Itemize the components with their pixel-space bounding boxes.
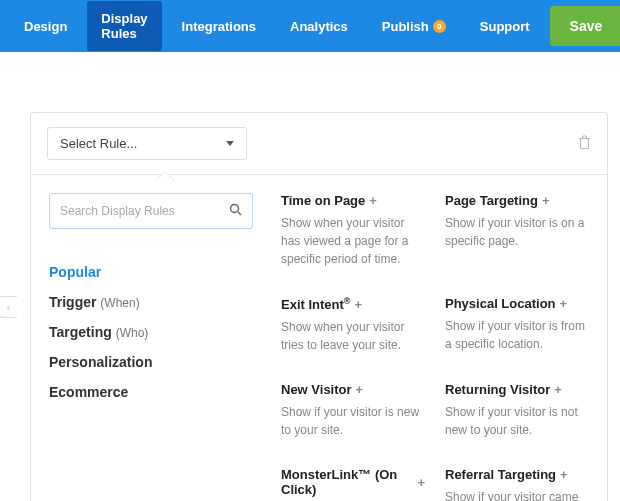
nav-publish-label: Publish: [382, 19, 429, 34]
category-trigger-label: Trigger: [49, 294, 96, 310]
rule-desc: Show when your visitor tries to leave yo…: [281, 318, 425, 354]
rule-title: New Visitor: [281, 382, 352, 397]
svg-point-0: [231, 205, 239, 213]
plus-icon: +: [554, 382, 562, 397]
select-rule-label: Select Rule...: [60, 136, 137, 151]
category-targeting-label: Targeting: [49, 324, 112, 340]
plus-icon: +: [356, 382, 364, 397]
rule-monsterlink[interactable]: MonsterLink™ (On Click) + Show when the …: [281, 467, 425, 501]
rule-desc: Show when your visitor has viewed a page…: [281, 214, 425, 268]
rule-new-visitor[interactable]: New Visitor + Show if your visitor is ne…: [281, 382, 425, 439]
search-icon: [229, 203, 242, 219]
nav-integrations[interactable]: Integrations: [168, 9, 270, 44]
save-button[interactable]: Save: [550, 6, 620, 46]
rule-desc: Show if your visitor is not new to your …: [445, 403, 589, 439]
nav-publish[interactable]: Publish 0: [368, 9, 460, 44]
plus-icon: +: [542, 193, 550, 208]
rule-panel-body: Popular Trigger (When) Targeting (Who) P…: [31, 175, 607, 501]
category-personalization[interactable]: Personalization: [49, 347, 253, 377]
publish-badge: 0: [433, 20, 446, 33]
search-input-wrapper[interactable]: [49, 193, 253, 229]
select-rule-row: Select Rule...: [31, 113, 607, 175]
rule-title: Physical Location: [445, 296, 556, 311]
rule-title: Time on Page: [281, 193, 365, 208]
rule-panel-right: Time on Page + Show when your visitor ha…: [271, 193, 607, 501]
plus-icon: +: [354, 297, 362, 312]
category-list: Popular Trigger (When) Targeting (Who) P…: [49, 257, 253, 407]
category-trigger-sub: (When): [100, 296, 139, 310]
rule-referral-targeting[interactable]: Referral Targeting + Show if your visito…: [445, 467, 589, 501]
chevron-down-icon: [226, 141, 234, 146]
plus-icon: +: [560, 467, 568, 482]
category-ecommerce[interactable]: Ecommerce: [49, 377, 253, 407]
rule-page-targeting[interactable]: Page Targeting + Show if your visitor is…: [445, 193, 589, 268]
plus-icon: +: [560, 296, 568, 311]
nav-analytics[interactable]: Analytics: [276, 9, 362, 44]
category-trigger[interactable]: Trigger (When): [49, 287, 253, 317]
top-nav: Design Display Rules Integrations Analyt…: [0, 0, 620, 52]
rule-desc: Show if your visitor is on a specific pa…: [445, 214, 589, 250]
rule-desc: Show if your visitor is from a specific …: [445, 317, 589, 353]
search-input[interactable]: [60, 204, 229, 218]
rule-title: Exit Intent®: [281, 296, 350, 312]
rule-returning-visitor[interactable]: Returning Visitor + Show if your visitor…: [445, 382, 589, 439]
category-targeting[interactable]: Targeting (Who): [49, 317, 253, 347]
nav-support[interactable]: Support: [466, 9, 544, 44]
rule-desc: Show if your visitor came to your site f…: [445, 488, 589, 501]
rule-time-on-page[interactable]: Time on Page + Show when your visitor ha…: [281, 193, 425, 268]
rule-exit-intent[interactable]: Exit Intent® + Show when your visitor tr…: [281, 296, 425, 354]
trash-icon[interactable]: [578, 135, 591, 153]
select-rule-dropdown[interactable]: Select Rule...: [47, 127, 247, 160]
rule-title: MonsterLink™ (On Click): [281, 467, 411, 497]
nav-design[interactable]: Design: [10, 9, 81, 44]
rule-title: Referral Targeting: [445, 467, 556, 482]
content-area: Select Rule...: [0, 52, 620, 501]
rule-desc: Show if your visitor is new to your site…: [281, 403, 425, 439]
category-popular[interactable]: Popular: [49, 257, 253, 287]
category-targeting-sub: (Who): [116, 326, 149, 340]
rule-config-card: Select Rule...: [30, 112, 608, 501]
rule-title: Page Targeting: [445, 193, 538, 208]
nav-display-rules[interactable]: Display Rules: [87, 1, 161, 51]
plus-icon: +: [369, 193, 377, 208]
plus-icon: +: [417, 475, 425, 490]
rule-title: Returning Visitor: [445, 382, 550, 397]
rule-physical-location[interactable]: Physical Location + Show if your visitor…: [445, 296, 589, 354]
rule-panel-left: Popular Trigger (When) Targeting (Who) P…: [31, 193, 271, 501]
